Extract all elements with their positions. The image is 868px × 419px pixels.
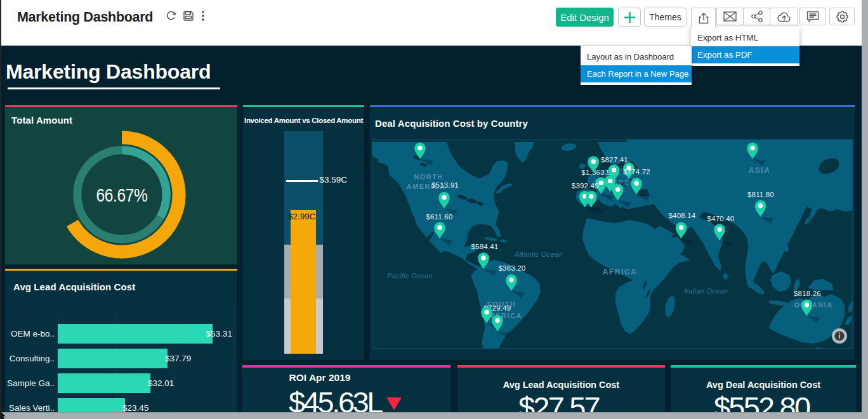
svg-text:Pacific Ocean: Pacific Ocean <box>387 272 433 280</box>
svg-text:$811.80: $811.80 <box>747 191 774 198</box>
svg-text:$774.72: $774.72 <box>623 168 650 176</box>
svg-text:$513.91: $513.91 <box>431 181 459 189</box>
svg-text:$818.26: $818.26 <box>794 290 821 297</box>
svg-text:$392.49: $392.49 <box>572 182 599 190</box>
svg-text:$827.41: $827.41 <box>601 156 628 164</box>
svg-text:NORTH: NORTH <box>414 173 444 181</box>
svg-text:ASIA: ASIA <box>749 166 771 175</box>
svg-text:$584.41: $584.41 <box>471 243 499 250</box>
svg-text:66.67%: 66.67% <box>96 184 148 206</box>
svg-text:Indian Ocean: Indian Ocean <box>684 287 728 295</box>
svg-text:AFRICA: AFRICA <box>603 268 637 276</box>
svg-text:Atlantic Ocean: Atlantic Ocean <box>514 250 563 258</box>
svg-text:OCEANIA: OCEANIA <box>794 301 832 309</box>
svg-text:$363.20: $363.20 <box>499 264 526 272</box>
svg-text:$408.14: $408.14 <box>669 212 696 219</box>
svg-text:$470.40: $470.40 <box>707 215 735 222</box>
svg-text:$611.60: $611.60 <box>426 213 452 221</box>
svg-text:$1,363.5: $1,363.5 <box>581 169 610 176</box>
